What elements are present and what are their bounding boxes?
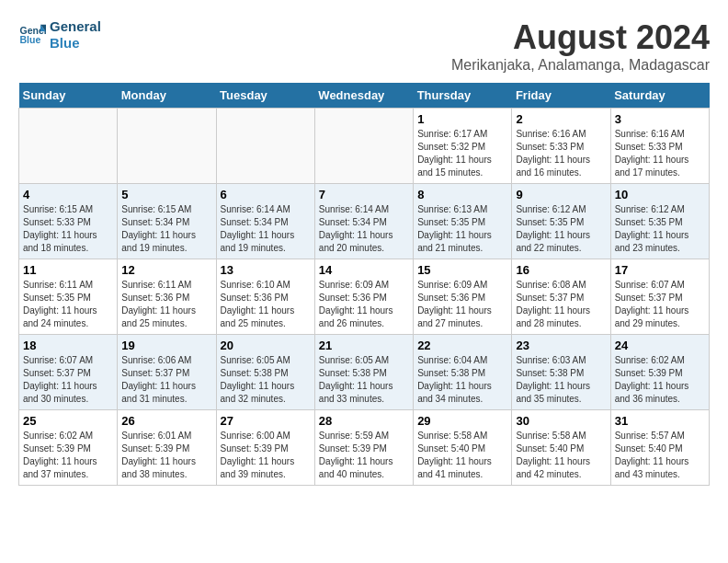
calendar-cell: 9Sunrise: 6:12 AM Sunset: 5:35 PM Daylig… — [512, 184, 610, 259]
day-info: Sunrise: 6:04 AM Sunset: 5:38 PM Dayligh… — [417, 354, 507, 406]
day-info: Sunrise: 6:06 AM Sunset: 5:37 PM Dayligh… — [121, 354, 211, 406]
day-number: 29 — [417, 414, 507, 428]
day-number: 24 — [615, 339, 705, 352]
day-number: 23 — [516, 339, 606, 352]
day-number: 6 — [221, 188, 311, 201]
dow-header-friday: Friday — [512, 83, 610, 109]
calendar-cell: 11Sunrise: 6:11 AM Sunset: 5:35 PM Dayli… — [19, 259, 118, 335]
day-number: 15 — [417, 263, 507, 277]
day-info: Sunrise: 6:05 AM Sunset: 5:38 PM Dayligh… — [221, 354, 311, 406]
calendar-cell: 15Sunrise: 6:09 AM Sunset: 5:36 PM Dayli… — [414, 259, 512, 335]
calendar-cell: 24Sunrise: 6:02 AM Sunset: 5:39 PM Dayli… — [610, 335, 709, 410]
calendar-cell: 31Sunrise: 5:57 AM Sunset: 5:40 PM Dayli… — [610, 410, 709, 486]
day-number: 14 — [319, 263, 409, 277]
day-info: Sunrise: 6:07 AM Sunset: 5:37 PM Dayligh… — [23, 354, 113, 406]
calendar-cell — [118, 109, 216, 184]
svg-text:Blue: Blue — [20, 34, 41, 45]
days-of-week-row: SundayMondayTuesdayWednesdayThursdayFrid… — [19, 83, 710, 109]
calendar-cell: 29Sunrise: 5:58 AM Sunset: 5:40 PM Dayli… — [414, 410, 512, 486]
calendar-cell: 4Sunrise: 6:15 AM Sunset: 5:33 PM Daylig… — [19, 184, 118, 259]
dow-header-sunday: Sunday — [19, 83, 118, 109]
calendar-cell: 30Sunrise: 5:58 AM Sunset: 5:40 PM Dayli… — [512, 410, 610, 486]
day-info: Sunrise: 6:15 AM Sunset: 5:33 PM Dayligh… — [23, 203, 113, 255]
calendar-cell: 27Sunrise: 6:00 AM Sunset: 5:39 PM Dayli… — [216, 410, 314, 486]
logo-text-line2: Blue — [50, 35, 101, 52]
day-info: Sunrise: 6:16 AM Sunset: 5:33 PM Dayligh… — [516, 128, 606, 179]
calendar-cell: 25Sunrise: 6:02 AM Sunset: 5:39 PM Dayli… — [19, 410, 118, 486]
day-info: Sunrise: 5:58 AM Sunset: 5:40 PM Dayligh… — [417, 430, 507, 481]
calendar-cell: 19Sunrise: 6:06 AM Sunset: 5:37 PM Dayli… — [118, 335, 216, 410]
day-info: Sunrise: 6:14 AM Sunset: 5:34 PM Dayligh… — [221, 203, 311, 255]
day-info: Sunrise: 5:58 AM Sunset: 5:40 PM Dayligh… — [516, 430, 606, 481]
calendar-cell: 10Sunrise: 6:12 AM Sunset: 5:35 PM Dayli… — [610, 184, 709, 259]
day-number: 25 — [23, 414, 113, 428]
day-number: 27 — [221, 414, 311, 428]
day-info: Sunrise: 6:07 AM Sunset: 5:37 PM Dayligh… — [615, 279, 705, 330]
calendar-cell: 7Sunrise: 6:14 AM Sunset: 5:34 PM Daylig… — [314, 184, 413, 259]
calendar-cell: 16Sunrise: 6:08 AM Sunset: 5:37 PM Dayli… — [512, 259, 610, 335]
calendar-cell: 18Sunrise: 6:07 AM Sunset: 5:37 PM Dayli… — [19, 335, 118, 410]
calendar-cell: 13Sunrise: 6:10 AM Sunset: 5:36 PM Dayli… — [216, 259, 314, 335]
calendar-cell: 12Sunrise: 6:11 AM Sunset: 5:36 PM Dayli… — [118, 259, 216, 335]
day-number: 16 — [516, 263, 606, 277]
dow-header-monday: Monday — [118, 83, 216, 109]
day-info: Sunrise: 5:59 AM Sunset: 5:39 PM Dayligh… — [319, 430, 409, 481]
day-number: 3 — [615, 112, 705, 126]
dow-header-tuesday: Tuesday — [216, 83, 314, 109]
day-info: Sunrise: 6:05 AM Sunset: 5:38 PM Dayligh… — [319, 354, 409, 406]
week-row-1: 1Sunrise: 6:17 AM Sunset: 5:32 PM Daylig… — [19, 109, 710, 184]
day-info: Sunrise: 6:17 AM Sunset: 5:32 PM Dayligh… — [417, 128, 507, 179]
week-row-2: 4Sunrise: 6:15 AM Sunset: 5:33 PM Daylig… — [19, 184, 710, 259]
dow-header-saturday: Saturday — [610, 83, 709, 109]
day-number: 9 — [516, 188, 606, 201]
day-number: 10 — [615, 188, 705, 201]
day-info: Sunrise: 6:02 AM Sunset: 5:39 PM Dayligh… — [615, 354, 705, 406]
day-info: Sunrise: 6:15 AM Sunset: 5:34 PM Dayligh… — [121, 203, 211, 255]
calendar-cell: 21Sunrise: 6:05 AM Sunset: 5:38 PM Dayli… — [314, 335, 413, 410]
week-row-3: 11Sunrise: 6:11 AM Sunset: 5:35 PM Dayli… — [19, 259, 710, 335]
title-block: August 2024 Merikanjaka, Analamanga, Mad… — [451, 18, 710, 74]
day-number: 26 — [121, 414, 211, 428]
main-title: August 2024 — [451, 18, 710, 57]
week-row-5: 25Sunrise: 6:02 AM Sunset: 5:39 PM Dayli… — [19, 410, 710, 486]
day-info: Sunrise: 6:14 AM Sunset: 5:34 PM Dayligh… — [319, 203, 409, 255]
calendar-cell: 5Sunrise: 6:15 AM Sunset: 5:34 PM Daylig… — [118, 184, 216, 259]
logo-text-line1: General — [50, 18, 101, 35]
day-number: 1 — [417, 112, 507, 126]
day-number: 21 — [319, 339, 409, 352]
day-number: 30 — [516, 414, 606, 428]
calendar-table: SundayMondayTuesdayWednesdayThursdayFrid… — [18, 83, 710, 486]
day-info: Sunrise: 6:12 AM Sunset: 5:35 PM Dayligh… — [516, 203, 606, 255]
day-number: 20 — [221, 339, 311, 352]
calendar-cell: 3Sunrise: 6:16 AM Sunset: 5:33 PM Daylig… — [610, 109, 709, 184]
day-number: 18 — [23, 339, 113, 352]
calendar-cell: 8Sunrise: 6:13 AM Sunset: 5:35 PM Daylig… — [414, 184, 512, 259]
calendar-cell: 17Sunrise: 6:07 AM Sunset: 5:37 PM Dayli… — [610, 259, 709, 335]
dow-header-thursday: Thursday — [414, 83, 512, 109]
page-header: General Blue General Blue August 2024 Me… — [18, 18, 710, 74]
calendar-cell: 14Sunrise: 6:09 AM Sunset: 5:36 PM Dayli… — [314, 259, 413, 335]
day-info: Sunrise: 6:08 AM Sunset: 5:37 PM Dayligh… — [516, 279, 606, 330]
day-number: 17 — [615, 263, 705, 277]
day-info: Sunrise: 6:00 AM Sunset: 5:39 PM Dayligh… — [221, 430, 311, 481]
day-number: 4 — [23, 188, 113, 201]
day-number: 2 — [516, 112, 606, 126]
day-info: Sunrise: 6:09 AM Sunset: 5:36 PM Dayligh… — [319, 279, 409, 330]
day-number: 11 — [23, 263, 113, 277]
calendar-cell: 23Sunrise: 6:03 AM Sunset: 5:38 PM Dayli… — [512, 335, 610, 410]
day-number: 8 — [417, 188, 507, 201]
calendar-cell — [314, 109, 413, 184]
day-info: Sunrise: 6:13 AM Sunset: 5:35 PM Dayligh… — [417, 203, 507, 255]
calendar-cell: 20Sunrise: 6:05 AM Sunset: 5:38 PM Dayli… — [216, 335, 314, 410]
day-info: Sunrise: 6:16 AM Sunset: 5:33 PM Dayligh… — [615, 128, 705, 179]
calendar-cell: 6Sunrise: 6:14 AM Sunset: 5:34 PM Daylig… — [216, 184, 314, 259]
day-info: Sunrise: 5:57 AM Sunset: 5:40 PM Dayligh… — [615, 430, 705, 481]
calendar-cell — [19, 109, 118, 184]
dow-header-wednesday: Wednesday — [314, 83, 413, 109]
day-number: 28 — [319, 414, 409, 428]
calendar-cell: 22Sunrise: 6:04 AM Sunset: 5:38 PM Dayli… — [414, 335, 512, 410]
logo-icon: General Blue — [18, 21, 46, 49]
logo: General Blue General Blue — [18, 18, 101, 52]
day-info: Sunrise: 6:09 AM Sunset: 5:36 PM Dayligh… — [417, 279, 507, 330]
week-row-4: 18Sunrise: 6:07 AM Sunset: 5:37 PM Dayli… — [19, 335, 710, 410]
